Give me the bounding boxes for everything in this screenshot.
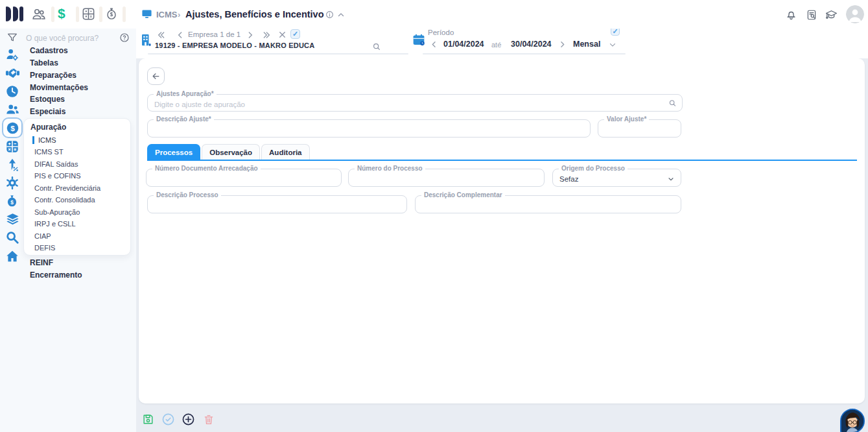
descricao-processo-label: Descrição Processo xyxy=(154,191,221,198)
divider xyxy=(76,6,79,22)
period-mode-select[interactable]: Mensal xyxy=(573,40,600,49)
origem-processo-chevron-down-icon[interactable] xyxy=(667,175,675,183)
descricao-processo-field: Descrição Processo xyxy=(147,195,407,213)
gear-icon[interactable] xyxy=(5,176,19,190)
submenu-item-sub-apuracao[interactable]: Sub-Apuração xyxy=(34,208,80,216)
origem-processo-value: Sefaz xyxy=(559,175,578,183)
cadastros-person-gear-icon[interactable] xyxy=(5,47,19,62)
collapse-chevron-up-icon[interactable] xyxy=(337,11,345,19)
filter-icon[interactable] xyxy=(6,32,18,43)
submenu-item-defis[interactable]: DEFIS xyxy=(34,244,55,252)
search-icon[interactable] xyxy=(5,230,19,245)
numero-processo-field: Número do Processo xyxy=(348,169,545,187)
company-nav-label: Empresa 1 de 1 xyxy=(188,30,240,38)
notifications-bell-icon[interactable] xyxy=(785,8,797,21)
graduation-cap-icon[interactable] xyxy=(825,8,838,21)
home-icon[interactable] xyxy=(5,249,19,263)
company-first-icon[interactable] xyxy=(156,30,166,40)
descricao-ajuste-input[interactable] xyxy=(148,120,590,137)
money-bag-module-icon[interactable] xyxy=(104,6,119,21)
sidebar-item-estoques[interactable]: Estoques xyxy=(30,95,65,104)
sidebar-item-preparacoes[interactable]: Preparações xyxy=(30,71,76,80)
sidebar-item-reinf[interactable]: REINF xyxy=(30,258,53,267)
submenu-item-contr-previdenciaria[interactable]: Contr. Previdenciária xyxy=(34,184,100,192)
submenu-item-contr-consolidada[interactable]: Contr. Consolidada xyxy=(34,196,95,204)
ajustes-apuracao-search-icon[interactable] xyxy=(668,99,677,107)
tab-processos[interactable]: Processos xyxy=(147,144,200,160)
period-next-icon[interactable] xyxy=(557,40,567,49)
svg-text:$: $ xyxy=(10,123,15,132)
info-icon[interactable] xyxy=(325,10,334,19)
submenu-item-icms[interactable]: ICMS xyxy=(32,136,56,144)
submenu-item-icms-st[interactable]: ICMS ST xyxy=(34,148,64,156)
company-last-icon[interactable] xyxy=(262,30,272,40)
company-prev-icon[interactable] xyxy=(175,30,185,40)
period-mode-chevron-down-icon[interactable] xyxy=(608,40,617,49)
company-name[interactable]: 19129 - EMPRESA MODELO - MAKRO EDUCA xyxy=(155,42,314,49)
company-clear-icon[interactable] xyxy=(277,30,287,40)
divider xyxy=(99,6,102,22)
logo-bar xyxy=(13,6,18,21)
preparacoes-handshake-icon[interactable] xyxy=(5,66,20,80)
submenu-item-irpj-csll[interactable]: IRPJ e CSLL xyxy=(34,220,76,228)
logo-bar xyxy=(19,6,23,21)
descricao-complementar-field: Descrição Complementar xyxy=(415,195,681,213)
back-button[interactable] xyxy=(147,67,165,85)
sidebar-item-apuracao[interactable]: Apuração xyxy=(30,123,66,132)
period-prev-icon[interactable] xyxy=(429,40,439,49)
ajustes-apuracao-input[interactable] xyxy=(148,95,682,111)
origem-processo-select[interactable]: Origem do Processo Sefaz xyxy=(552,169,681,187)
document-search-icon[interactable] xyxy=(806,9,817,21)
page-title: Ajustes, Benefícios e Incentivo xyxy=(185,9,324,19)
tab-observacao[interactable]: Observação xyxy=(202,144,260,160)
apuracao-dollar-icon[interactable]: $ xyxy=(2,117,23,138)
sidebar-item-movimentacoes[interactable]: Movimentações xyxy=(30,83,88,92)
dollar-module-icon[interactable]: $ xyxy=(58,6,65,21)
especiais-people-icon[interactable] xyxy=(5,102,20,117)
descricao-ajuste-field: Descrição Ajuste* xyxy=(147,119,591,138)
submenu-item-ciap[interactable]: CIAP xyxy=(34,232,51,240)
breadcrumb-section[interactable]: ICMS xyxy=(156,10,178,19)
trending-up-icon[interactable] xyxy=(5,158,19,172)
app-logo[interactable] xyxy=(6,6,23,21)
save-button[interactable] xyxy=(142,413,154,426)
people-module-icon[interactable] xyxy=(31,6,47,22)
layers-icon[interactable] xyxy=(5,212,20,226)
numero-documento-label: Número Documento Arrecadação xyxy=(152,165,261,172)
help-icon[interactable] xyxy=(119,32,130,43)
movimentacoes-clock-icon[interactable] xyxy=(5,84,19,99)
money-bag-icon[interactable]: $ xyxy=(5,194,19,208)
sidebar-item-cadastros[interactable]: Cadastros xyxy=(30,46,68,55)
user-avatar[interactable] xyxy=(846,5,864,23)
period-until-label: até xyxy=(491,41,501,49)
period-underline xyxy=(423,53,626,54)
context-bar: Empresa 1 de 1 ✓ 19129 - EMPRESA MODELO … xyxy=(136,29,868,58)
sidebar-search-input[interactable]: O que você procura? xyxy=(26,34,99,43)
period-start-date[interactable]: 01/04/2024 xyxy=(443,40,484,49)
descricao-complementar-label: Descrição Complementar xyxy=(421,191,505,198)
divider xyxy=(123,6,126,22)
submenu-item-pis-cofins[interactable]: PIS e COFINS xyxy=(34,172,81,180)
apuracao-submenu-panel: Apuração ICMS ICMS ST DIFAL Saídas PIS e… xyxy=(23,118,131,256)
sidebar-item-especiais[interactable]: Especiais xyxy=(30,107,65,116)
tab-auditoria[interactable]: Auditoria xyxy=(261,144,309,160)
top-header: $ ICMS › Ajustes, Benefícios e Incentivo xyxy=(0,0,868,29)
confirm-button[interactable] xyxy=(161,413,175,426)
form-tabs: Processos Observação Auditoria xyxy=(147,144,310,160)
company-next-icon[interactable] xyxy=(245,30,255,40)
ajustes-apuracao-label: Ajustes Apuração* xyxy=(154,90,217,97)
submenu-item-difal-saidas[interactable]: DIFAL Saídas xyxy=(34,160,78,168)
assistant-chat-avatar[interactable] xyxy=(840,409,865,432)
company-search-icon[interactable] xyxy=(372,42,381,51)
delete-button[interactable] xyxy=(203,414,215,426)
calculator-module-icon[interactable] xyxy=(81,6,96,21)
company-checkbox[interactable]: ✓ xyxy=(290,29,300,39)
add-button[interactable] xyxy=(182,413,195,426)
numero-documento-field: Número Documento Arrecadação xyxy=(146,169,342,187)
svg-text:$: $ xyxy=(10,199,14,206)
period-end-date[interactable]: 30/04/2024 xyxy=(511,40,552,49)
company-underline xyxy=(148,53,408,54)
sidebar-item-tabelas[interactable]: Tabelas xyxy=(30,58,58,67)
calculator-icon[interactable] xyxy=(5,139,19,154)
sidebar-item-encerramento[interactable]: Encerramento xyxy=(30,270,82,280)
